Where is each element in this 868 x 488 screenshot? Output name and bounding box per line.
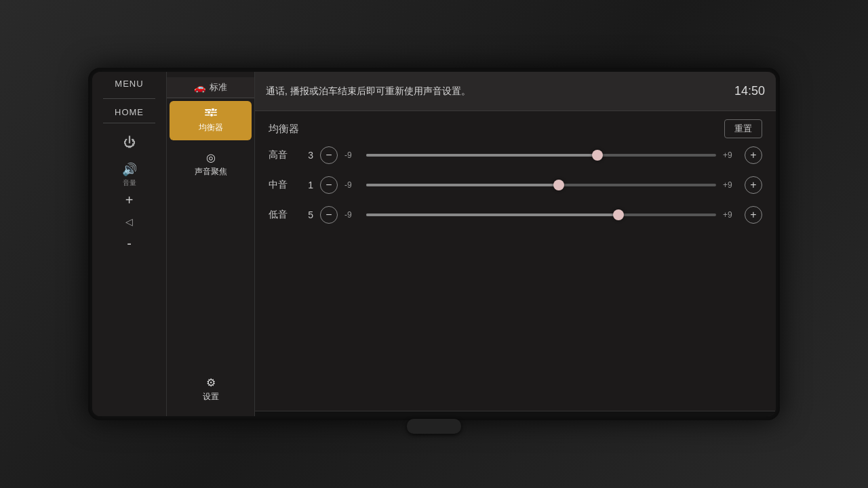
mid-track[interactable] (366, 184, 716, 186)
power-button[interactable]: ⏻ (123, 136, 136, 150)
home-label[interactable]: HOME (115, 107, 144, 117)
car-icon: 🚗 (194, 82, 205, 93)
bass-min-label: -9 (344, 210, 359, 220)
mid-thumb[interactable] (553, 180, 564, 190)
power-icon: ⏻ (123, 136, 136, 150)
top-bar: 通话, 播报或泊车结束后即可重新使用声音设置。 14:50 (255, 72, 776, 111)
bass-value: 5 (300, 209, 313, 220)
bottom-bar (255, 411, 776, 416)
treble-label: 高音 (269, 149, 293, 161)
volume-triangle-icon: ◁ (125, 216, 133, 227)
treble-plus-button[interactable]: + (745, 146, 762, 164)
sidebar: MENU HOME ⏻ 🔊 音量 + ◁ - (92, 72, 167, 416)
menu-label: MENU (115, 79, 143, 89)
settings-icon: ⚙ (206, 376, 216, 389)
volume-icon-item: 🔊 音量 (122, 162, 137, 188)
volume-minus-button[interactable]: - (127, 237, 132, 250)
treble-min-label: -9 (344, 150, 359, 160)
nav-equalizer-label: 均衡器 (199, 122, 223, 134)
main-content: 通话, 播报或泊车结束后即可重新使用声音设置。 14:50 均衡器 重置 高音 … (255, 72, 776, 416)
treble-track[interactable] (366, 154, 716, 157)
mid-min-label: -9 (344, 180, 359, 190)
treble-thumb[interactable] (592, 150, 603, 161)
nav-panel: 🚗 标准 (167, 72, 255, 416)
nav-standard-item[interactable]: 🚗 标准 (167, 77, 254, 98)
bass-thumb[interactable] (613, 209, 624, 220)
focus-icon: ◎ (206, 151, 216, 164)
volume-plus-button[interactable]: + (125, 193, 134, 207)
mid-value: 1 (300, 180, 313, 190)
mid-minus-button[interactable]: − (320, 176, 338, 194)
nav-standard-label: 标准 (210, 81, 227, 94)
svg-point-5 (211, 108, 214, 111)
nav-item-equalizer[interactable]: 均衡器 (170, 101, 252, 140)
bass-track[interactable] (366, 214, 716, 216)
bass-max-label: +9 (723, 210, 738, 220)
nav-settings-label: 设置 (203, 391, 219, 403)
mid-fill (366, 184, 559, 186)
volume-controls: + ◁ - (125, 193, 134, 250)
volume-label: 音量 (123, 178, 136, 188)
sidebar-divider-2 (103, 123, 155, 123)
svg-point-6 (207, 110, 210, 114)
mid-plus-button[interactable]: + (745, 176, 762, 194)
mid-label: 中音 (269, 179, 293, 191)
treble-value: 3 (300, 150, 313, 161)
screen-outer: MENU HOME ⏻ 🔊 音量 + ◁ - (88, 68, 780, 420)
bass-fill (366, 214, 618, 216)
svg-point-7 (210, 113, 213, 117)
reset-button[interactable]: 重置 (724, 119, 762, 138)
volume-speaker-icon: 🔊 (122, 162, 137, 177)
sidebar-icons: ⏻ 🔊 音量 (122, 136, 137, 188)
treble-slider-row: 高音 3 − -9 +9 + (269, 146, 762, 164)
bass-minus-button[interactable]: − (320, 206, 338, 224)
nav-focus-label: 声音聚焦 (195, 166, 227, 178)
mid-max-label: +9 (723, 180, 738, 190)
physical-home-button[interactable] (407, 419, 461, 434)
treble-minus-button[interactable]: − (320, 146, 338, 164)
notification-text: 通话, 播报或泊车结束后即可重新使用声音设置。 (266, 85, 721, 98)
mid-slider-row: 中音 1 − -9 +9 + (269, 176, 762, 194)
clock: 14:50 (734, 84, 765, 98)
nav-item-focus[interactable]: ◎ 声音聚焦 (167, 144, 254, 184)
equalizer-icon (204, 108, 218, 120)
screen-inner: MENU HOME ⏻ 🔊 音量 + ◁ - (92, 72, 776, 416)
nav-item-settings[interactable]: ⚙ 设置 (167, 369, 254, 409)
section-header: 均衡器 重置 (269, 119, 762, 138)
treble-max-label: +9 (723, 150, 738, 160)
bass-plus-button[interactable]: + (745, 206, 762, 224)
bass-slider-row: 低音 5 − -9 +9 + (269, 206, 762, 224)
bass-label: 低音 (269, 209, 293, 221)
treble-fill (366, 154, 597, 157)
car-frame: MENU HOME ⏻ 🔊 音量 + ◁ - (0, 0, 868, 488)
section-title: 均衡器 (269, 123, 299, 136)
content-area: 均衡器 重置 高音 3 − -9 +9 + (255, 111, 776, 411)
sidebar-divider-1 (103, 98, 155, 99)
